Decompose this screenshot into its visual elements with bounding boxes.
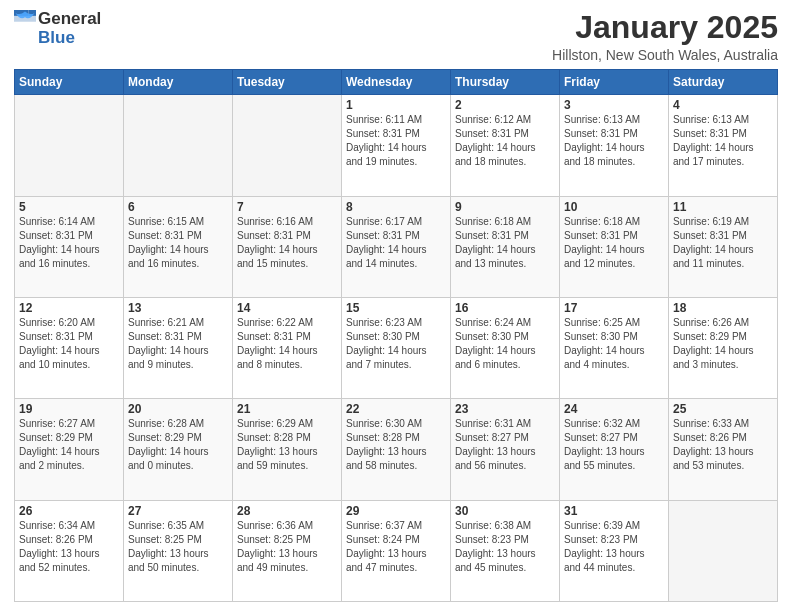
calendar-cell: [15, 95, 124, 196]
title-area: January 2025 Hillston, New South Wales, …: [552, 10, 778, 63]
day-info: Sunrise: 6:22 AM Sunset: 8:31 PM Dayligh…: [237, 316, 337, 372]
day-number: 31: [564, 504, 664, 518]
day-number: 14: [237, 301, 337, 315]
calendar-cell: 8Sunrise: 6:17 AM Sunset: 8:31 PM Daylig…: [342, 196, 451, 297]
day-info: Sunrise: 6:24 AM Sunset: 8:30 PM Dayligh…: [455, 316, 555, 372]
day-info: Sunrise: 6:26 AM Sunset: 8:29 PM Dayligh…: [673, 316, 773, 372]
day-info: Sunrise: 6:32 AM Sunset: 8:27 PM Dayligh…: [564, 417, 664, 473]
day-info: Sunrise: 6:35 AM Sunset: 8:25 PM Dayligh…: [128, 519, 228, 575]
day-number: 26: [19, 504, 119, 518]
calendar-cell: 25Sunrise: 6:33 AM Sunset: 8:26 PM Dayli…: [669, 399, 778, 500]
calendar-cell: 19Sunrise: 6:27 AM Sunset: 8:29 PM Dayli…: [15, 399, 124, 500]
day-number: 22: [346, 402, 446, 416]
col-wednesday: Wednesday: [342, 70, 451, 95]
day-info: Sunrise: 6:18 AM Sunset: 8:31 PM Dayligh…: [564, 215, 664, 271]
week-row-1: 1Sunrise: 6:11 AM Sunset: 8:31 PM Daylig…: [15, 95, 778, 196]
calendar-cell: 22Sunrise: 6:30 AM Sunset: 8:28 PM Dayli…: [342, 399, 451, 500]
day-number: 4: [673, 98, 773, 112]
calendar-cell: 7Sunrise: 6:16 AM Sunset: 8:31 PM Daylig…: [233, 196, 342, 297]
day-number: 11: [673, 200, 773, 214]
day-info: Sunrise: 6:12 AM Sunset: 8:31 PM Dayligh…: [455, 113, 555, 169]
calendar-cell: [669, 500, 778, 601]
logo: General Blue: [14, 10, 101, 47]
calendar-cell: 30Sunrise: 6:38 AM Sunset: 8:23 PM Dayli…: [451, 500, 560, 601]
col-saturday: Saturday: [669, 70, 778, 95]
day-info: Sunrise: 6:13 AM Sunset: 8:31 PM Dayligh…: [564, 113, 664, 169]
calendar-table: Sunday Monday Tuesday Wednesday Thursday…: [14, 69, 778, 602]
day-number: 5: [19, 200, 119, 214]
day-info: Sunrise: 6:11 AM Sunset: 8:31 PM Dayligh…: [346, 113, 446, 169]
day-info: Sunrise: 6:31 AM Sunset: 8:27 PM Dayligh…: [455, 417, 555, 473]
day-info: Sunrise: 6:23 AM Sunset: 8:30 PM Dayligh…: [346, 316, 446, 372]
day-number: 3: [564, 98, 664, 112]
day-number: 20: [128, 402, 228, 416]
day-info: Sunrise: 6:14 AM Sunset: 8:31 PM Dayligh…: [19, 215, 119, 271]
day-number: 2: [455, 98, 555, 112]
week-row-5: 26Sunrise: 6:34 AM Sunset: 8:26 PM Dayli…: [15, 500, 778, 601]
day-number: 19: [19, 402, 119, 416]
day-number: 28: [237, 504, 337, 518]
calendar-cell: 20Sunrise: 6:28 AM Sunset: 8:29 PM Dayli…: [124, 399, 233, 500]
day-info: Sunrise: 6:34 AM Sunset: 8:26 PM Dayligh…: [19, 519, 119, 575]
calendar-cell: 27Sunrise: 6:35 AM Sunset: 8:25 PM Dayli…: [124, 500, 233, 601]
month-title: January 2025: [552, 10, 778, 45]
logo-text: General Blue: [38, 10, 101, 47]
day-number: 15: [346, 301, 446, 315]
day-info: Sunrise: 6:33 AM Sunset: 8:26 PM Dayligh…: [673, 417, 773, 473]
calendar-cell: 6Sunrise: 6:15 AM Sunset: 8:31 PM Daylig…: [124, 196, 233, 297]
calendar-cell: 24Sunrise: 6:32 AM Sunset: 8:27 PM Dayli…: [560, 399, 669, 500]
calendar-cell: 18Sunrise: 6:26 AM Sunset: 8:29 PM Dayli…: [669, 297, 778, 398]
calendar-cell: 15Sunrise: 6:23 AM Sunset: 8:30 PM Dayli…: [342, 297, 451, 398]
col-monday: Monday: [124, 70, 233, 95]
calendar-cell: 9Sunrise: 6:18 AM Sunset: 8:31 PM Daylig…: [451, 196, 560, 297]
week-row-2: 5Sunrise: 6:14 AM Sunset: 8:31 PM Daylig…: [15, 196, 778, 297]
day-info: Sunrise: 6:13 AM Sunset: 8:31 PM Dayligh…: [673, 113, 773, 169]
calendar-cell: 31Sunrise: 6:39 AM Sunset: 8:23 PM Dayli…: [560, 500, 669, 601]
calendar-cell: 4Sunrise: 6:13 AM Sunset: 8:31 PM Daylig…: [669, 95, 778, 196]
day-number: 10: [564, 200, 664, 214]
day-info: Sunrise: 6:19 AM Sunset: 8:31 PM Dayligh…: [673, 215, 773, 271]
calendar-cell: 26Sunrise: 6:34 AM Sunset: 8:26 PM Dayli…: [15, 500, 124, 601]
calendar-cell: 23Sunrise: 6:31 AM Sunset: 8:27 PM Dayli…: [451, 399, 560, 500]
week-row-4: 19Sunrise: 6:27 AM Sunset: 8:29 PM Dayli…: [15, 399, 778, 500]
day-info: Sunrise: 6:27 AM Sunset: 8:29 PM Dayligh…: [19, 417, 119, 473]
calendar-cell: 28Sunrise: 6:36 AM Sunset: 8:25 PM Dayli…: [233, 500, 342, 601]
day-info: Sunrise: 6:21 AM Sunset: 8:31 PM Dayligh…: [128, 316, 228, 372]
col-sunday: Sunday: [15, 70, 124, 95]
day-number: 13: [128, 301, 228, 315]
calendar-cell: 17Sunrise: 6:25 AM Sunset: 8:30 PM Dayli…: [560, 297, 669, 398]
day-number: 12: [19, 301, 119, 315]
day-number: 17: [564, 301, 664, 315]
calendar-cell: 21Sunrise: 6:29 AM Sunset: 8:28 PM Dayli…: [233, 399, 342, 500]
day-info: Sunrise: 6:29 AM Sunset: 8:28 PM Dayligh…: [237, 417, 337, 473]
col-tuesday: Tuesday: [233, 70, 342, 95]
calendar-cell: 12Sunrise: 6:20 AM Sunset: 8:31 PM Dayli…: [15, 297, 124, 398]
day-number: 9: [455, 200, 555, 214]
page-header: General Blue January 2025 Hillston, New …: [14, 10, 778, 63]
day-info: Sunrise: 6:37 AM Sunset: 8:24 PM Dayligh…: [346, 519, 446, 575]
day-info: Sunrise: 6:39 AM Sunset: 8:23 PM Dayligh…: [564, 519, 664, 575]
day-number: 25: [673, 402, 773, 416]
logo-general: General: [38, 10, 101, 29]
logo-blue: Blue: [38, 29, 101, 48]
day-number: 18: [673, 301, 773, 315]
calendar-cell: 2Sunrise: 6:12 AM Sunset: 8:31 PM Daylig…: [451, 95, 560, 196]
day-number: 8: [346, 200, 446, 214]
day-number: 24: [564, 402, 664, 416]
day-number: 30: [455, 504, 555, 518]
day-info: Sunrise: 6:30 AM Sunset: 8:28 PM Dayligh…: [346, 417, 446, 473]
day-info: Sunrise: 6:25 AM Sunset: 8:30 PM Dayligh…: [564, 316, 664, 372]
day-info: Sunrise: 6:28 AM Sunset: 8:29 PM Dayligh…: [128, 417, 228, 473]
day-number: 29: [346, 504, 446, 518]
day-info: Sunrise: 6:16 AM Sunset: 8:31 PM Dayligh…: [237, 215, 337, 271]
calendar-cell: [233, 95, 342, 196]
day-number: 16: [455, 301, 555, 315]
calendar-cell: 16Sunrise: 6:24 AM Sunset: 8:30 PM Dayli…: [451, 297, 560, 398]
day-number: 1: [346, 98, 446, 112]
calendar-cell: 14Sunrise: 6:22 AM Sunset: 8:31 PM Dayli…: [233, 297, 342, 398]
day-info: Sunrise: 6:38 AM Sunset: 8:23 PM Dayligh…: [455, 519, 555, 575]
day-number: 23: [455, 402, 555, 416]
day-number: 27: [128, 504, 228, 518]
day-info: Sunrise: 6:17 AM Sunset: 8:31 PM Dayligh…: [346, 215, 446, 271]
calendar-cell: 13Sunrise: 6:21 AM Sunset: 8:31 PM Dayli…: [124, 297, 233, 398]
